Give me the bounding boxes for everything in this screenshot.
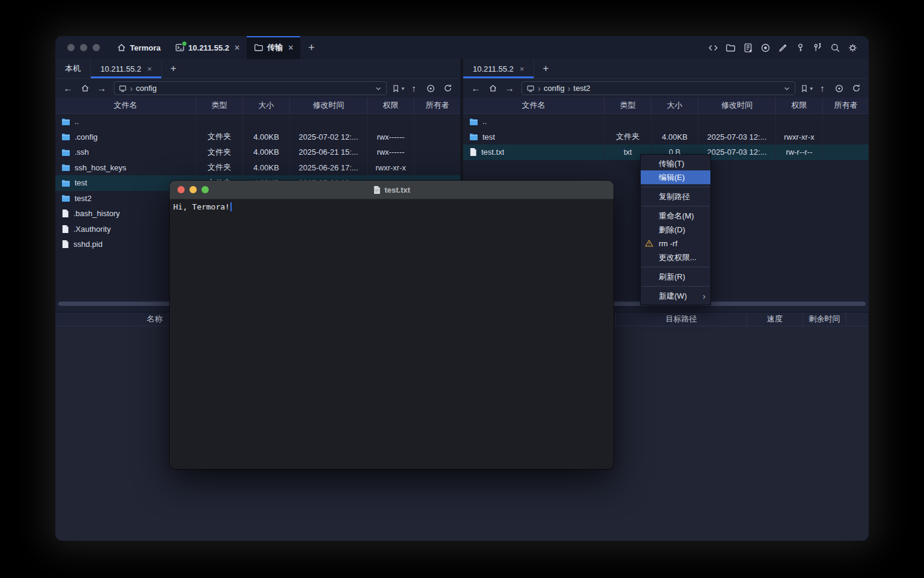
forward-button[interactable]: → — [94, 81, 109, 96]
editor-content[interactable]: Hi, Termora! — [170, 199, 614, 214]
close-icon[interactable]: × — [520, 65, 525, 73]
path-dropdown-chevron-icon[interactable] — [375, 85, 382, 92]
macos-zoom-button[interactable] — [93, 44, 100, 51]
macos-minimize-button[interactable] — [80, 44, 87, 51]
back-button[interactable]: ← — [469, 81, 483, 96]
column-header-size[interactable]: 大小 — [243, 98, 290, 113]
menu-item[interactable]: rm -rf — [641, 237, 710, 250]
column-header-size[interactable]: 大小 — [651, 98, 698, 113]
bookmark-button[interactable]: ▾ — [392, 84, 404, 93]
file-type: 文件夹 — [196, 129, 243, 145]
folder-icon[interactable] — [725, 43, 736, 53]
column-header-owner[interactable]: 所有者 — [823, 98, 869, 113]
file-permissions — [368, 114, 414, 129]
column-header-filename[interactable]: 文件名 — [463, 98, 605, 113]
menu-item[interactable]: 重命名(M) — [641, 209, 710, 223]
editor-close-button[interactable] — [177, 186, 185, 193]
column-header-permissions[interactable]: 权限 — [368, 98, 414, 113]
editor-title: test.txt — [373, 185, 410, 194]
close-icon[interactable]: × — [235, 43, 239, 52]
file-name: .. — [75, 117, 79, 126]
folder-icon — [61, 163, 70, 172]
column-header-type[interactable]: 类型 — [605, 98, 651, 113]
file-owner — [414, 144, 460, 160]
settings-gear-icon[interactable] — [848, 43, 858, 53]
column-header-permissions[interactable]: 权限 — [776, 98, 823, 113]
column-header-type[interactable]: 类型 — [196, 98, 243, 113]
transfer-column-speed[interactable]: 速度 — [747, 312, 802, 326]
file-row[interactable]: ssh_host_keys 文件夹 4.00KB 2025-06-26 17:.… — [55, 160, 460, 176]
add-panel-tab-button[interactable]: + — [534, 59, 557, 78]
file-size — [651, 114, 698, 129]
tab-termora-home[interactable]: Termora — [109, 36, 168, 59]
home-button[interactable] — [78, 81, 92, 96]
column-header-mtime[interactable]: 修改时间 — [698, 98, 776, 113]
path-dropdown-chevron-icon[interactable] — [783, 85, 790, 92]
refresh-icon[interactable] — [849, 81, 863, 96]
file-name: test.txt — [481, 148, 504, 157]
menu-item[interactable]: 新建(W) › — [641, 289, 710, 303]
editor-titlebar[interactable]: test.txt — [170, 181, 614, 199]
window-titlebar[interactable]: Termora 10.211.55.2 × 传输 × — [55, 36, 869, 60]
file-row[interactable]: .. — [463, 114, 869, 129]
menu-item[interactable]: 复制路径 — [641, 190, 710, 204]
column-header-owner[interactable]: 所有者 — [414, 98, 460, 113]
folder-icon — [469, 132, 478, 141]
menu-item[interactable]: 传输(T) — [641, 157, 710, 170]
forward-button[interactable]: → — [502, 81, 517, 96]
code-icon[interactable] — [708, 43, 718, 53]
file-row[interactable]: test 文件夹 4.00KB 2025-07-03 12:... rwxr-x… — [463, 129, 869, 145]
parent-directory-button[interactable]: ↑ — [407, 81, 421, 96]
transfer-column-destination[interactable]: 目标路径 — [615, 312, 747, 326]
file-row[interactable]: .config 文件夹 4.00KB 2025-07-02 12:... rwx… — [55, 129, 460, 145]
show-hidden-files-eye-icon[interactable] — [832, 81, 846, 96]
macos-close-button[interactable] — [67, 44, 75, 51]
menu-item[interactable]: 编辑(E) — [641, 170, 710, 184]
menu-item[interactable]: 删除(D) — [641, 223, 710, 237]
submenu-arrow-icon: › — [703, 291, 706, 300]
tab-ssh-session[interactable]: 10.211.55.2 × — [168, 36, 247, 59]
search-icon[interactable] — [830, 43, 840, 53]
new-tab-button[interactable]: + — [300, 36, 322, 59]
left-panel-tabs: 本机 10.211.55.2 × + — [55, 59, 460, 79]
edit-icon[interactable] — [778, 43, 788, 53]
bookmark-button[interactable]: ▾ — [800, 84, 813, 93]
breadcrumb-segment[interactable]: › test2 — [567, 84, 590, 93]
show-hidden-files-eye-icon[interactable] — [424, 81, 438, 96]
path-breadcrumb-field[interactable]: › config — [114, 81, 387, 95]
transfer-column-eta[interactable]: 剩余时间 — [802, 312, 846, 326]
tab-transfer[interactable]: 传输 × — [247, 36, 300, 59]
editor-minimize-button[interactable] — [189, 186, 197, 193]
column-header-mtime[interactable]: 修改时间 — [290, 98, 368, 113]
key-icon[interactable] — [795, 43, 805, 53]
home-button[interactable] — [485, 81, 500, 96]
add-panel-tab-button[interactable]: + — [162, 59, 185, 78]
editor-zoom-button[interactable] — [202, 186, 209, 193]
file-size: 4.00KB — [243, 144, 290, 160]
close-icon[interactable]: × — [147, 65, 152, 73]
editor-window[interactable]: test.txt Hi, Termora! — [170, 181, 614, 469]
tab-local-machine[interactable]: 本机 — [55, 59, 91, 78]
path-breadcrumb-field[interactable]: › config › test2 — [522, 81, 795, 95]
menu-item[interactable]: 更改权限... — [641, 250, 710, 264]
menu-item-label: 编辑(E) — [659, 172, 685, 183]
file-row[interactable]: .ssh 文件夹 4.00KB 2025-06-21 15:... rwx---… — [55, 144, 460, 160]
record-icon[interactable] — [760, 43, 771, 53]
close-icon[interactable]: × — [288, 43, 293, 52]
menu-item[interactable]: 刷新(R) — [641, 270, 710, 284]
file-row[interactable]: .. — [55, 114, 460, 129]
log-icon[interactable] — [743, 43, 753, 53]
file-table-header[interactable]: 文件名 类型 大小 修改时间 权限 所有者 — [55, 98, 460, 114]
file-type — [196, 114, 243, 129]
refresh-icon[interactable] — [440, 81, 455, 96]
tab-remote-host[interactable]: 10.211.55.2 × — [91, 59, 162, 78]
file-table-header[interactable]: 文件名 类型 大小 修改时间 权限 所有者 — [463, 98, 869, 114]
back-button[interactable]: ← — [61, 81, 75, 96]
tab-remote-host[interactable]: 10.211.55.2 × — [463, 59, 534, 78]
keychain-icon[interactable] — [813, 43, 823, 53]
breadcrumb-segment[interactable]: › config — [538, 84, 564, 93]
computer-icon — [119, 84, 127, 93]
breadcrumb-segment[interactable]: › config — [130, 84, 156, 93]
parent-directory-button[interactable]: ↑ — [815, 81, 830, 96]
column-header-filename[interactable]: 文件名 — [55, 98, 196, 113]
